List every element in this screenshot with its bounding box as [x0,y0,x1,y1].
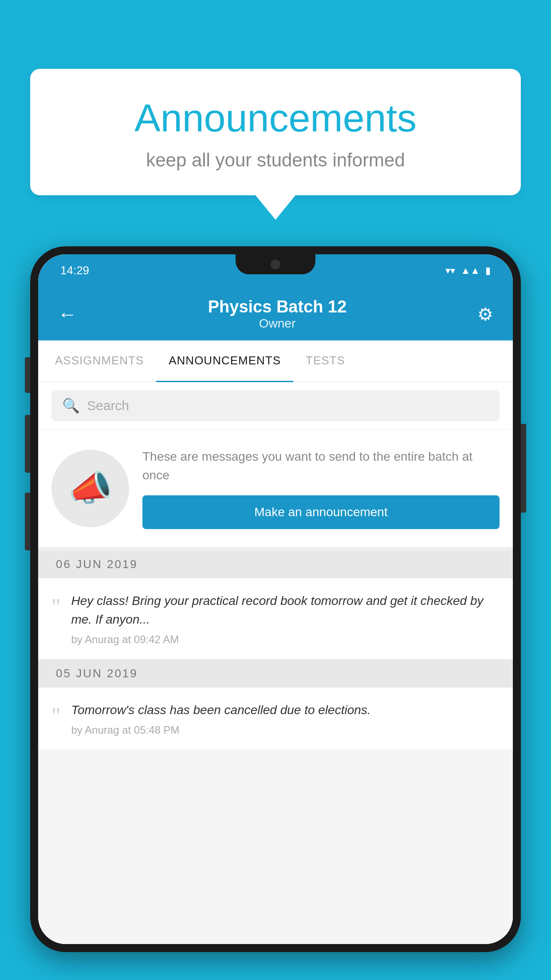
speech-bubble-title: Announcements [66,95,485,141]
status-time: 14:29 [60,264,89,277]
announcement-item-2[interactable]: " Tomorrow's class has been cancelled du… [38,688,513,750]
tab-assignments[interactable]: ASSIGNMENTS [43,340,156,382]
phone-silent-switch [25,493,30,550]
announcement-meta-1: by Anurag at 09:42 AM [71,633,500,646]
signal-icon: ▲▲ [460,265,480,277]
phone-volume-down [25,415,30,473]
date-divider-1: 06 JUN 2019 [38,550,513,578]
announcement-text-2: Tomorrow's class has been cancelled due … [71,701,500,736]
back-button[interactable]: ← [58,303,77,325]
announcement-message-1: Hey class! Bring your practical record b… [71,592,500,629]
date-divider-2: 05 JUN 2019 [38,660,513,688]
tab-announcements[interactable]: ANNOUNCEMENTS [156,340,293,382]
date-label-1: 06 JUN 2019 [56,557,138,571]
phone-mockup: 14:29 ▾▾ ▲▲ ▮ ← Physics Batch 12 Owner ⚙… [30,246,521,980]
wifi-icon: ▾▾ [445,265,455,277]
owner-label: Owner [208,316,347,331]
announcement-meta-2: by Anurag at 05:48 PM [71,724,500,736]
phone-power-button [521,424,526,513]
tab-tests[interactable]: TESTS [293,340,358,382]
speech-bubble-subtitle: keep all your students informed [66,150,485,171]
megaphone-icon: 📣 [68,467,113,509]
search-container: 🔍 Search [38,382,513,430]
speech-bubble-card: Announcements keep all your students inf… [30,69,521,195]
front-camera [271,260,280,269]
battery-icon: ▮ [485,265,491,277]
announcement-description: These are messages you want to send to t… [142,447,500,485]
quote-icon-2: " [51,704,60,727]
speech-bubble-arrow [256,195,295,220]
make-announcement-button[interactable]: Make an announcement [142,495,500,529]
quote-icon-1: " [51,595,60,617]
status-icons: ▾▾ ▲▲ ▮ [445,265,491,277]
phone-volume-up [25,357,30,393]
header-title-block: Physics Batch 12 Owner [208,297,347,331]
phone-body: 14:29 ▾▾ ▲▲ ▮ ← Physics Batch 12 Owner ⚙… [30,246,521,952]
phone-notch [236,254,315,274]
search-input-wrap[interactable]: 🔍 Search [51,390,500,421]
status-bar: 14:29 ▾▾ ▲▲ ▮ [38,254,513,287]
settings-icon[interactable]: ⚙ [477,304,493,324]
megaphone-circle: 📣 [51,450,129,527]
speech-bubble-section: Announcements keep all your students inf… [30,69,521,220]
announcement-text-1: Hey class! Bring your practical record b… [71,592,500,646]
batch-title: Physics Batch 12 [208,297,347,316]
announcement-prompt: 📣 These are messages you want to send to… [38,430,513,550]
phone-screen: 14:29 ▾▾ ▲▲ ▮ ← Physics Batch 12 Owner ⚙… [38,254,513,944]
announcement-item-1[interactable]: " Hey class! Bring your practical record… [38,578,513,660]
date-label-2: 05 JUN 2019 [56,667,138,680]
tabs-bar: ASSIGNMENTS ANNOUNCEMENTS TESTS [38,340,513,382]
announcement-right: These are messages you want to send to t… [142,447,500,529]
search-placeholder: Search [87,398,129,413]
app-header: ← Physics Batch 12 Owner ⚙ [38,287,513,340]
announcement-message-2: Tomorrow's class has been cancelled due … [71,701,500,719]
screen-content: 🔍 Search 📣 These are messages you want t… [38,382,513,944]
search-icon: 🔍 [62,397,80,414]
